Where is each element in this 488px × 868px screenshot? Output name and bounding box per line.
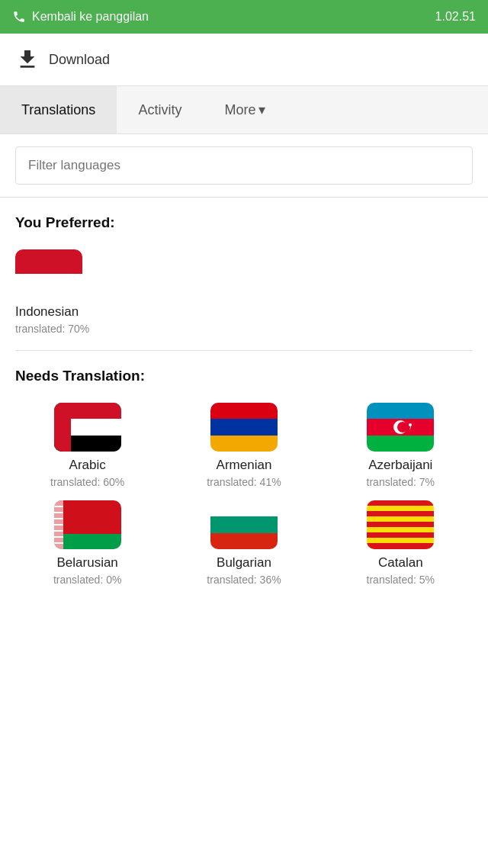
lang-percent: translated: 0% — [53, 574, 122, 586]
svg-rect-34 — [367, 522, 434, 527]
preferred-grid: Indonesian translated: 70% — [0, 243, 488, 350]
lang-percent: translated: 5% — [367, 574, 435, 586]
svg-rect-9 — [210, 436, 278, 452]
tab-activity[interactable]: Activity — [117, 86, 203, 133]
list-item[interactable]: Catalan translated: 5% — [329, 500, 473, 586]
svg-rect-7 — [210, 403, 278, 419]
filter-container — [0, 134, 488, 198]
flag-arabic — [54, 403, 121, 452]
lang-percent: translated: 7% — [367, 476, 435, 488]
flag-belarusian — [54, 500, 121, 549]
svg-rect-28 — [210, 500, 278, 516]
svg-point-14 — [397, 422, 408, 432]
flag-catalan — [367, 500, 434, 549]
svg-rect-6 — [54, 403, 71, 452]
lang-name: Arabic — [69, 458, 106, 473]
flag-bulgarian — [210, 500, 278, 549]
svg-rect-17 — [54, 500, 121, 534]
svg-rect-0 — [15, 249, 82, 274]
list-item[interactable]: Belarusian translated: 0% — [15, 500, 159, 586]
svg-point-16 — [409, 423, 412, 426]
lang-percent: translated: 41% — [207, 476, 281, 488]
list-item[interactable]: Bulgarian translated: 36% — [172, 500, 316, 586]
svg-rect-30 — [210, 533, 278, 549]
flag-indonesian — [15, 249, 82, 298]
svg-rect-18 — [54, 534, 121, 549]
chevron-down-icon: ▾ — [258, 101, 265, 118]
phone-icon — [12, 10, 26, 24]
lang-percent: translated: 60% — [50, 476, 124, 488]
svg-rect-10 — [367, 403, 434, 419]
needs-translation-section: Needs Translation: Arabic translated: 60… — [0, 351, 488, 601]
svg-rect-29 — [210, 516, 278, 533]
lang-percent: translated: 36% — [207, 574, 281, 586]
flag-azerbaijani — [367, 403, 434, 452]
needs-translation-grid: Arabic translated: 60% Armenian translat… — [0, 397, 488, 601]
tab-translations[interactable]: Translations — [0, 86, 117, 133]
lang-name: Belarusian — [57, 555, 118, 571]
svg-rect-32 — [367, 500, 434, 506]
list-item[interactable]: Indonesian translated: 70% — [15, 249, 89, 335]
list-item[interactable]: Armenian translated: 41% — [172, 403, 316, 488]
preferred-heading: You Preferred: — [0, 198, 488, 243]
svg-rect-8 — [210, 419, 278, 436]
preferred-section: You Preferred: Indonesian translated: 70… — [0, 198, 488, 350]
svg-rect-35 — [367, 532, 434, 538]
download-row[interactable]: Download — [0, 34, 488, 86]
list-item[interactable]: Arabic translated: 60% — [15, 403, 159, 488]
back-label: Kembali ke panggilan — [32, 10, 149, 24]
list-item[interactable]: Azerbaijani translated: 7% — [329, 403, 473, 488]
download-icon — [15, 47, 40, 72]
svg-rect-36 — [367, 543, 434, 549]
svg-rect-1 — [15, 274, 82, 298]
needs-translation-heading: Needs Translation: — [0, 351, 488, 397]
tabs-bar: Translations Activity More ▾ — [0, 86, 488, 134]
tab-more-label: More — [224, 102, 255, 118]
lang-name: Bulgarian — [217, 555, 271, 571]
status-bar: Kembali ke panggilan 1.02.51 — [0, 0, 488, 34]
filter-input[interactable] — [15, 146, 473, 185]
status-bar-left: Kembali ke panggilan — [12, 10, 149, 24]
lang-name: Indonesian — [15, 304, 79, 320]
svg-rect-33 — [367, 511, 434, 516]
download-label: Download — [49, 52, 110, 68]
lang-name: Armenian — [217, 458, 272, 473]
lang-name: Catalan — [378, 555, 423, 571]
lang-percent: translated: 70% — [15, 323, 89, 335]
lang-name: Azerbaijani — [368, 458, 432, 473]
flag-armenian — [210, 403, 278, 452]
svg-rect-12 — [367, 436, 434, 452]
tab-more[interactable]: More ▾ — [203, 86, 287, 133]
status-time: 1.02.51 — [435, 10, 476, 24]
